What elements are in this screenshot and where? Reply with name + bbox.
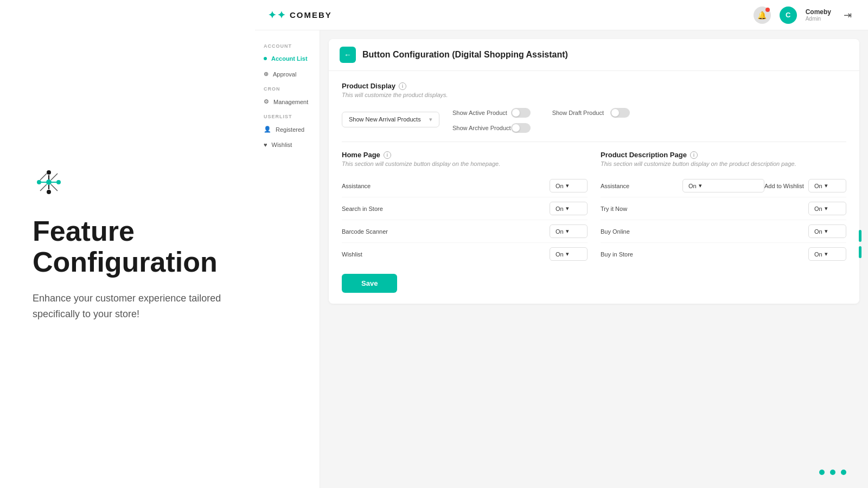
try-it-now-dropdown[interactable]: On ▾ <box>808 202 846 215</box>
chevron-down-icon: ▾ <box>825 251 828 258</box>
notification-button[interactable]: 🔔 <box>754 7 771 24</box>
user-role: Admin <box>806 16 831 22</box>
sidebar-item-label: Registered <box>276 126 304 133</box>
sidebar-section-account: ACCOUNT <box>255 39 320 51</box>
buy-online-dropdown[interactable]: On ▾ <box>808 224 846 238</box>
page-header: ← Button Configuration (Digital Shopping… <box>329 39 859 71</box>
product-display-dropdown[interactable]: Show New Arrival Products ▾ <box>342 112 439 127</box>
home-page-title: Home Page i <box>342 151 588 159</box>
logout-button[interactable]: ⇥ <box>840 8 855 23</box>
top-bar: ✦✦ COMEBY 🔔 C Comeby Admin ⇥ <box>255 0 868 30</box>
product-desc-title: Product Description Page i <box>601 151 846 159</box>
product-desc-subtitle: This section will customize button displ… <box>601 160 846 167</box>
field-try-it-now: Try it Now On ▾ <box>601 197 846 220</box>
app-container: ✦✦ COMEBY 🔔 C Comeby Admin ⇥ ACCOUNT Acc… <box>255 0 868 488</box>
side-bar-1 <box>859 230 861 242</box>
main-content: ACCOUNT Account List ⊕ Approval CRON ⚙ M… <box>255 30 868 488</box>
chevron-down-icon: ▾ <box>429 116 432 123</box>
field-search-store: Search in Store On ▾ <box>342 197 588 220</box>
toggle-archive-product-switch[interactable] <box>511 123 531 133</box>
toggle-label: Show Active Product <box>452 110 507 116</box>
field-label: Assistance <box>601 183 682 189</box>
field-buy-in-store: Buy in Store On ▾ <box>601 243 846 265</box>
dot-3[interactable] <box>841 470 846 475</box>
svg-point-1 <box>37 180 41 184</box>
field-label: Add to Wishlist <box>764 183 804 189</box>
side-bar-2 <box>859 246 861 258</box>
chevron-down-icon: ▾ <box>566 205 569 212</box>
product-display-section: Product Display i This will customize th… <box>342 82 846 133</box>
user-info: Comeby Admin <box>806 8 831 22</box>
sidebar-section-cron: CRON <box>255 82 320 94</box>
toggle-draft-product: Show Draft Product <box>552 108 630 118</box>
page-title: Button Configuration (Digital Shopping A… <box>362 50 568 60</box>
left-panel: Feature Configuration Enhance your custo… <box>0 0 255 488</box>
product-display-row: Show New Arrival Products ▾ Show Active … <box>342 106 846 133</box>
toggle-draft-product-switch[interactable] <box>610 108 630 118</box>
chevron-down-icon: ▾ <box>566 182 569 189</box>
back-button[interactable]: ← <box>340 47 356 63</box>
user-name: Comeby <box>806 8 831 16</box>
sidebar-item-management[interactable]: ⚙ Management <box>255 94 320 110</box>
save-button[interactable]: Save <box>342 274 397 293</box>
sidebar-item-label: Wishlist <box>272 142 292 148</box>
dropdown-label: Show New Arrival Products <box>349 116 421 123</box>
toggle-active-product-switch[interactable] <box>511 108 531 118</box>
sidebar-item-approval[interactable]: ⊕ Approval <box>255 66 320 82</box>
svg-line-10 <box>51 184 58 191</box>
sidebar-item-account-list[interactable]: Account List <box>255 51 320 66</box>
buy-in-store-dropdown[interactable]: On ▾ <box>808 247 846 261</box>
assistance-desc-dropdown[interactable]: On ▾ <box>682 179 764 192</box>
pagination-dots <box>819 470 846 475</box>
sidebar-item-label: Account List <box>271 55 308 62</box>
field-assistance-home: Assistance On ▾ <box>342 175 588 197</box>
chevron-down-icon: ▾ <box>825 228 828 235</box>
divider <box>342 142 846 142</box>
dot-1[interactable] <box>819 470 825 475</box>
page-content: ← Button Configuration (Digital Shopping… <box>320 30 868 488</box>
svg-point-3 <box>47 170 51 175</box>
logo-icon <box>33 166 65 198</box>
field-label: Barcode Scanner <box>342 228 388 235</box>
chevron-down-icon: ▾ <box>566 251 569 258</box>
wishlist-home-dropdown[interactable]: On ▾ <box>550 247 588 261</box>
sidebar-item-icon: 👤 <box>264 126 271 133</box>
sidebar-item-label: Management <box>273 99 308 105</box>
assistance-home-dropdown[interactable]: On ▾ <box>550 179 588 192</box>
add-wishlist-col: Add to Wishlist On ▾ <box>764 179 846 192</box>
field-wishlist-home: Wishlist On ▾ <box>342 243 588 265</box>
brand-icon: ✦✦ <box>268 9 286 21</box>
field-barcode-scanner: Barcode Scanner On ▾ <box>342 220 588 243</box>
chevron-down-icon: ▾ <box>825 205 828 212</box>
sidebar-item-icon: ⚙ <box>264 98 269 105</box>
svg-point-4 <box>47 190 51 194</box>
field-label: Buy Online <box>601 228 630 235</box>
home-page-subtitle: This section will customize button displ… <box>342 160 588 167</box>
sidebar: ACCOUNT Account List ⊕ Approval CRON ⚙ M… <box>255 30 320 488</box>
product-display-subtitle: This will customize the product displays… <box>342 92 846 98</box>
top-bar-right: 🔔 C Comeby Admin ⇥ <box>754 7 855 24</box>
field-buy-online: Buy Online On ▾ <box>601 220 846 243</box>
sidebar-item-icon: ⊕ <box>264 70 269 78</box>
info-icon: i <box>399 82 406 90</box>
info-icon-home: i <box>384 151 391 159</box>
product-toggles: Show Active Product Show Draft Product S… <box>452 108 630 133</box>
active-dot <box>264 57 267 60</box>
search-store-dropdown[interactable]: On ▾ <box>550 202 588 215</box>
toggle-label: Show Draft Product <box>552 110 604 116</box>
avatar: C <box>780 7 797 24</box>
home-page-section: Home Page i This section will customize … <box>342 151 588 265</box>
product-description-section: Product Description Page i This section … <box>601 151 846 265</box>
field-label: Try it Now <box>601 206 627 212</box>
field-label: Buy in Store <box>601 251 633 258</box>
sidebar-item-icon: ♥ <box>264 142 267 148</box>
field-label: Assistance <box>342 183 371 189</box>
svg-point-0 <box>46 179 52 185</box>
sidebar-item-registered[interactable]: 👤 Registered <box>255 121 320 137</box>
columns-row: Home Page i This section will customize … <box>342 151 846 265</box>
barcode-scanner-dropdown[interactable]: On ▾ <box>550 224 588 238</box>
sidebar-item-wishlist[interactable]: ♥ Wishlist <box>255 137 320 152</box>
dot-2[interactable] <box>830 470 835 475</box>
add-wishlist-dropdown[interactable]: On ▾ <box>808 179 846 192</box>
svg-line-9 <box>40 174 47 180</box>
